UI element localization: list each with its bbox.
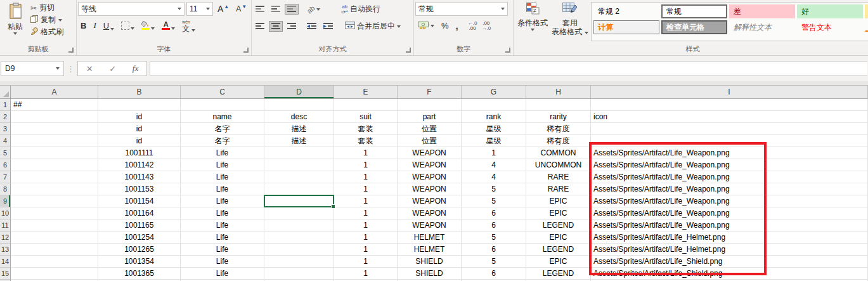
font-size-combo[interactable]: 11 (186, 2, 213, 16)
cell-D2[interactable]: desc (264, 111, 334, 123)
row-header-9[interactable]: 9 (0, 195, 11, 207)
cell-H14[interactable]: EPIC (526, 256, 591, 268)
cell-A8[interactable] (11, 183, 98, 195)
style-option-good[interactable]: 好 (797, 4, 863, 18)
name-box[interactable]: D9 (1, 61, 64, 76)
align-center-button[interactable] (269, 21, 283, 32)
align-left-button[interactable] (253, 21, 267, 32)
percent-style-button[interactable]: % (439, 19, 451, 32)
cell-E2[interactable]: suit (334, 111, 398, 123)
cell-A3[interactable] (11, 123, 98, 135)
cell-G10[interactable]: 6 (462, 207, 526, 219)
cell-H2[interactable]: rarity (526, 111, 591, 123)
style-option-bad[interactable]: 差 (729, 4, 795, 18)
column-header-F[interactable]: F (398, 86, 462, 99)
cell-C2[interactable]: name (181, 111, 264, 123)
cell-H9[interactable]: EPIC (526, 195, 591, 207)
cell-C12[interactable]: Life (181, 232, 264, 244)
cell-B3[interactable]: id (98, 123, 181, 135)
cell-B6[interactable]: 1001142 (98, 159, 181, 171)
cell-G2[interactable]: rank (462, 111, 526, 123)
cell-A6[interactable] (11, 159, 98, 171)
conditional-formatting-button[interactable]: ≠ 条件格式 (515, 2, 550, 44)
cell-F6[interactable]: WEAPON (398, 159, 462, 171)
cell-A13[interactable] (11, 244, 98, 256)
cell-G4[interactable]: 星级 (462, 135, 526, 147)
cell-F3[interactable]: 位置 (398, 123, 462, 135)
style-option-calculation[interactable]: 计算 (593, 20, 659, 34)
cell-I11[interactable]: Assets/Sprites/Artifact/Life_Weapon.png (591, 219, 868, 232)
font-name-combo[interactable]: 等线 (78, 2, 185, 16)
column-header-E[interactable]: E (334, 86, 398, 99)
cell-H3[interactable]: 稀有度 (526, 123, 591, 135)
decrease-decimal-button[interactable]: .00→.0 (480, 20, 492, 32)
cell-D11[interactable] (264, 219, 334, 232)
cell-B15[interactable]: 1001365 (98, 268, 181, 280)
cell-D14[interactable] (264, 256, 334, 268)
column-header-I[interactable]: I (591, 86, 868, 99)
cell-D5[interactable] (264, 147, 334, 159)
style-option-normal-selected[interactable]: 常规 (661, 4, 727, 18)
cell-G8[interactable]: 5 (462, 183, 526, 195)
cell-H5[interactable]: COMMON (526, 147, 591, 159)
insert-function-icon[interactable]: fx (133, 63, 138, 74)
style-option-neutral-partial[interactable] (865, 4, 868, 18)
row-header-8[interactable]: 8 (0, 183, 11, 195)
alignment-dialog-launcher-icon[interactable] (406, 48, 411, 53)
cell-I5[interactable]: Assets/Sprites/Artifact/Life_Weapon.png (591, 147, 868, 159)
cell-I1[interactable] (591, 99, 868, 111)
cell-H11[interactable]: LEGEND (526, 219, 591, 232)
cell-I3[interactable] (591, 123, 868, 135)
row-header-6[interactable]: 6 (0, 159, 11, 171)
cell-C4[interactable]: 名字 (181, 135, 264, 147)
grow-font-button[interactable]: A▲ (215, 2, 231, 16)
cell-F8[interactable]: WEAPON (398, 183, 462, 195)
cell-E3[interactable]: 套装 (334, 123, 398, 135)
row-header-5[interactable]: 5 (0, 147, 11, 159)
italic-button[interactable]: I (91, 20, 98, 31)
cell-H8[interactable]: RARE (526, 183, 591, 195)
cell-C7[interactable]: Life (181, 171, 264, 183)
row-header-1[interactable]: 1 (0, 99, 11, 111)
phonetic-button[interactable]: wén文 (179, 18, 198, 32)
cell-F14[interactable]: SHIELD (398, 256, 462, 268)
number-dialog-launcher-icon[interactable] (505, 48, 510, 53)
cell-B9[interactable]: 1001154 (98, 195, 181, 207)
cell-A11[interactable] (11, 219, 98, 232)
style-option-explanatory[interactable]: 解释性文本 (729, 20, 795, 34)
cell-A9[interactable] (11, 195, 98, 207)
cell-B2[interactable]: id (98, 111, 181, 123)
cell-D8[interactable] (264, 183, 334, 195)
cell-A15[interactable] (11, 268, 98, 280)
cell-E9[interactable]: 1 (334, 195, 398, 207)
cell-F9[interactable]: WEAPON (398, 195, 462, 207)
font-color-button[interactable]: A (159, 20, 178, 30)
cell-E15[interactable]: 1 (334, 268, 398, 280)
cell-F5[interactable]: WEAPON (398, 147, 462, 159)
cell-D12[interactable] (264, 232, 334, 244)
comma-style-button[interactable]: , (453, 18, 461, 33)
cell-F1[interactable] (398, 99, 462, 111)
cell-I7[interactable]: Assets/Sprites/Artifact/Life_Weapon.png (591, 171, 868, 183)
cell-A7[interactable] (11, 171, 98, 183)
cell-G13[interactable]: 6 (462, 244, 526, 256)
cell-H1[interactable] (526, 99, 591, 111)
cell-D1[interactable] (264, 99, 334, 111)
cut-button[interactable]: ✂ 剪切 (29, 2, 65, 14)
copy-dropdown-icon[interactable] (58, 19, 62, 22)
cell-E14[interactable]: 1 (334, 256, 398, 268)
fill-color-button[interactable] (139, 20, 157, 30)
cell-E6[interactable]: 1 (334, 159, 398, 171)
cell-C3[interactable]: 名字 (181, 123, 264, 135)
format-as-table-button[interactable]: 套用 表格格式 (550, 2, 590, 44)
cell-I6[interactable]: Assets/Sprites/Artifact/Life_Weapon.png (591, 159, 868, 171)
row-header-13[interactable]: 13 (0, 244, 11, 256)
column-header-H[interactable]: H (526, 86, 591, 99)
column-header-C[interactable]: C (181, 86, 264, 99)
cell-F7[interactable]: WEAPON (398, 171, 462, 183)
column-header-G[interactable]: G (462, 86, 526, 99)
underline-button[interactable]: U (101, 20, 117, 31)
cell-A2[interactable] (11, 111, 98, 123)
cell-B1[interactable] (98, 99, 181, 111)
bold-button[interactable]: B (78, 20, 89, 31)
